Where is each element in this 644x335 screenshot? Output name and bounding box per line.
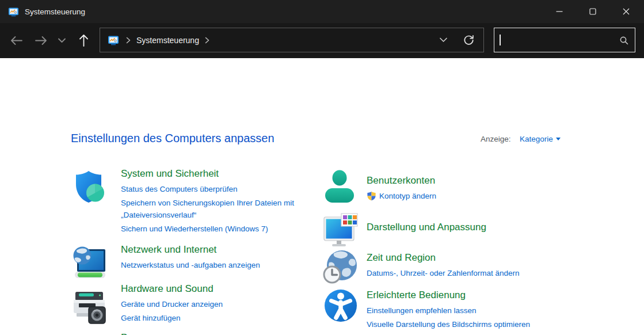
dropdown-triangle-icon <box>556 138 561 140</box>
network-icon[interactable] <box>71 244 108 281</box>
category-system-security: System und Sicherheit Status des Compute… <box>71 168 318 237</box>
titlebar: Systemsteuerung <box>0 0 644 23</box>
category-time-region: Zeit und Region Datums-, Uhrzeit- oder Z… <box>322 249 608 285</box>
category-hardware-sound: Hardware und Sound Geräte und Drucker an… <box>71 283 318 326</box>
control-panel-breadcrumb-icon[interactable] <box>108 35 119 46</box>
user-icon[interactable] <box>322 169 359 206</box>
refresh-icon[interactable] <box>463 35 474 45</box>
printer-speaker-icon[interactable] <box>71 289 108 326</box>
category-title-network-internet[interactable]: Netzwerk und Internet <box>121 244 318 256</box>
accessibility-icon[interactable] <box>322 287 359 324</box>
category-title-appearance[interactable]: Darstellung und Anpassung <box>367 222 597 233</box>
link-view-devices-printers[interactable]: Geräte und Drucker anzeigen <box>121 298 318 310</box>
globe-clock-icon[interactable] <box>322 249 359 285</box>
display-personalization-icon[interactable] <box>322 212 359 249</box>
search-box[interactable] <box>494 28 635 52</box>
recent-locations-chevron-icon[interactable] <box>58 37 66 44</box>
category-programs: Programme Programm deinstallieren Progra… <box>71 332 318 335</box>
uac-shield-icon <box>367 191 376 201</box>
search-icon[interactable] <box>619 36 628 45</box>
close-button[interactable] <box>609 0 643 23</box>
category-appearance-personalization: Darstellung und Anpassung <box>322 212 597 249</box>
view-by-value: Kategorie <box>520 135 553 143</box>
forward-icon[interactable] <box>35 34 48 47</box>
up-icon[interactable] <box>77 33 90 47</box>
minimize-button[interactable] <box>543 0 576 23</box>
control-panel-window: Systemsteuerung <box>0 0 644 335</box>
close-icon <box>623 8 630 15</box>
link-network-status-tasks[interactable]: Netzwerkstatus und -aufgaben anzeigen <box>121 259 318 271</box>
navigation-bar: Systemsteuerung <box>0 23 644 58</box>
address-dropdown-chevron-icon[interactable] <box>439 37 448 43</box>
category-title-programs[interactable]: Programme <box>121 332 318 335</box>
back-icon[interactable] <box>10 34 23 47</box>
link-add-device[interactable]: Gerät hinzufügen <box>121 312 318 324</box>
category-title-ease-of-access[interactable]: Erleichterte Bedienung <box>367 290 608 301</box>
breadcrumb-chevron-icon[interactable] <box>126 37 131 44</box>
shield-icon[interactable] <box>71 168 108 205</box>
breadcrumb-item-systemsteuerung[interactable]: Systemsteuerung <box>136 36 199 45</box>
category-title-system-security[interactable]: System und Sicherheit <box>121 168 318 180</box>
link-backup-restore-windows7[interactable]: Sichern und Wiederherstellen (Windows 7) <box>121 223 318 235</box>
maximize-icon <box>589 8 596 15</box>
text-caret <box>500 35 501 45</box>
search-input[interactable] <box>500 31 618 50</box>
minimize-icon <box>556 8 563 15</box>
category-title-time-region[interactable]: Zeit und Region <box>367 252 608 264</box>
link-optimize-visual-display[interactable]: Visuelle Darstellung des Bildschirms opt… <box>367 318 608 330</box>
category-title-hardware-sound[interactable]: Hardware und Sound <box>121 283 318 295</box>
breadcrumb-chevron-icon[interactable] <box>205 37 209 44</box>
address-bar[interactable]: Systemsteuerung <box>100 28 484 52</box>
category-user-accounts: Benutzerkonten Kontotyp ändern <box>322 169 597 206</box>
link-check-computer-status[interactable]: Status des Computers überprüfen <box>121 183 318 195</box>
category-network-internet: Netzwerk und Internet Netzwerkstatus und… <box>71 244 318 281</box>
link-file-history-backup[interactable]: Speichern von Sicherungskopien Ihrer Dat… <box>121 197 318 221</box>
link-change-date-time-number-format[interactable]: Datums-, Uhrzeit- oder Zahlenformat ände… <box>367 267 608 279</box>
category-title-user-accounts[interactable]: Benutzerkonten <box>367 175 597 186</box>
maximize-button[interactable] <box>576 0 609 23</box>
page-title: Einstellungen des Computers anpassen <box>71 132 275 145</box>
window-title: Systemsteuerung <box>25 7 85 16</box>
category-ease-of-access: Erleichterte Bedienung Einstellungen emp… <box>322 287 608 332</box>
link-change-account-type[interactable]: Kontotyp ändern <box>379 190 436 202</box>
control-panel-home: Einstellungen des Computers anpassen Anz… <box>0 58 644 335</box>
view-by-dropdown[interactable]: Kategorie <box>520 135 561 143</box>
view-by-label: Anzeige: <box>481 135 511 143</box>
control-panel-icon <box>8 6 19 17</box>
link-let-windows-suggest-settings[interactable]: Einstellungen empfehlen lassen <box>367 304 608 317</box>
